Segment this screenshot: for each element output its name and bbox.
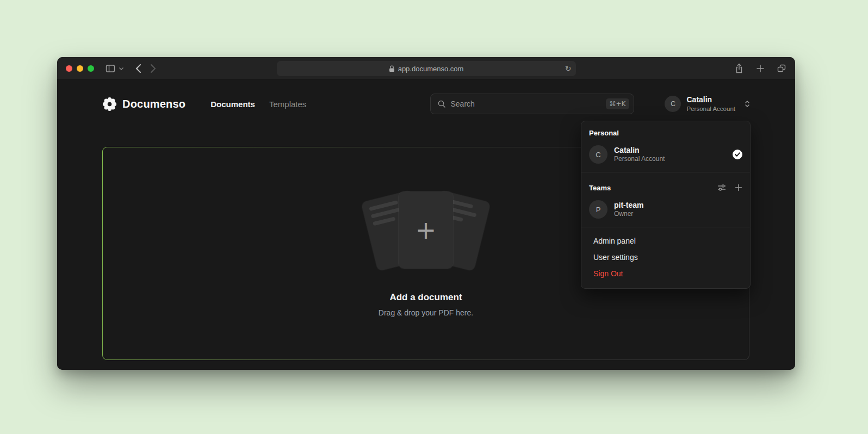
search-icon: [437, 100, 446, 108]
app-page: Documenso Documents Templates Search ⌘+K…: [57, 80, 795, 370]
titlebar-right-actions: [734, 63, 786, 74]
manage-teams-icon[interactable]: [717, 183, 726, 192]
menu-divider: [581, 172, 750, 172]
zoom-window-button[interactable]: [88, 65, 94, 72]
reload-button[interactable]: ↻: [565, 65, 572, 72]
teams-section-label: Teams: [589, 184, 709, 192]
brand[interactable]: Documenso: [102, 97, 185, 111]
menu-item-admin-panel[interactable]: Admin panel: [588, 233, 743, 249]
dropzone-title: Add a document: [389, 292, 462, 303]
search-placeholder: Search: [450, 100, 601, 108]
minimize-window-button[interactable]: [77, 65, 83, 72]
personal-item-text: Catalin Personal Account: [614, 145, 726, 164]
teams-section-header: Teams: [588, 178, 743, 197]
personal-item-subtitle: Personal Account: [614, 155, 726, 164]
chevron-updown-icon: [744, 100, 751, 108]
sidebar-toggle-icon[interactable]: [105, 63, 116, 74]
menu-item-personal-account[interactable]: C Catalin Personal Account: [588, 142, 743, 166]
check-icon: [733, 150, 742, 159]
account-text: Catalin Personal Account: [686, 95, 735, 113]
document-card-center: +: [399, 191, 453, 269]
account-subtitle: Personal Account: [686, 105, 735, 113]
account-name: Catalin: [686, 95, 735, 105]
chevron-down-icon[interactable]: [119, 66, 124, 71]
browser-window: app.documenso.com ↻: [57, 57, 795, 370]
add-team-icon[interactable]: [735, 184, 742, 191]
forward-button[interactable]: [150, 64, 157, 73]
menu-item-team[interactable]: P pit-team Owner: [588, 197, 743, 221]
search-input[interactable]: Search ⌘+K: [430, 94, 634, 114]
new-tab-icon[interactable]: [756, 64, 765, 73]
team-avatar: P: [589, 200, 607, 219]
document-cards-illustration: +: [361, 190, 491, 272]
nav-documents[interactable]: Documents: [210, 100, 255, 109]
share-icon[interactable]: [734, 63, 744, 74]
team-item-name: pit-team: [614, 200, 742, 210]
back-button[interactable]: [135, 64, 141, 73]
team-item-text: pit-team Owner: [614, 200, 742, 219]
menu-divider: [581, 227, 750, 227]
browser-titlebar: app.documenso.com ↻: [57, 57, 795, 80]
personal-item-name: Catalin: [614, 145, 726, 155]
personal-avatar: C: [589, 145, 607, 164]
close-window-button[interactable]: [66, 65, 72, 72]
menu-item-sign-out[interactable]: Sign Out: [588, 265, 743, 282]
account-avatar: C: [665, 96, 681, 112]
plus-icon: +: [416, 218, 437, 243]
team-item-subtitle: Owner: [614, 210, 742, 219]
main-nav: Documents Templates: [210, 100, 306, 109]
brand-name: Documenso: [122, 98, 185, 110]
window-controls: [66, 65, 94, 72]
tab-overview-icon[interactable]: [777, 64, 786, 73]
address-bar[interactable]: app.documenso.com ↻: [277, 61, 576, 76]
account-menu-button[interactable]: C Catalin Personal Account: [665, 95, 751, 113]
nav-templates[interactable]: Templates: [269, 100, 306, 109]
search-shortcut-badge: ⌘+K: [606, 98, 630, 109]
dropzone-subtitle: Drag & drop your PDF here.: [379, 308, 473, 317]
account-dropdown-menu: Personal C Catalin Personal Account Team…: [581, 121, 751, 289]
lock-icon: [389, 65, 395, 72]
documenso-logo-icon: [102, 97, 117, 111]
menu-item-user-settings[interactable]: User settings: [588, 249, 743, 265]
personal-section-label: Personal: [588, 128, 743, 142]
url-text: app.documenso.com: [398, 65, 464, 73]
